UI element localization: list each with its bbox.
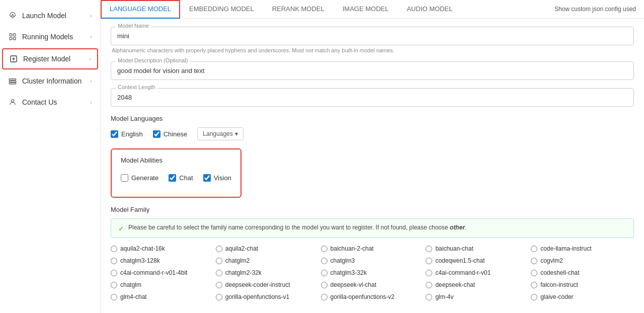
check-circle-icon: ✓ (118, 224, 124, 232)
radio-label: glm-4v (435, 293, 453, 300)
model-family-radio[interactable] (111, 282, 117, 288)
radio-item[interactable]: aquila2-chat (216, 245, 319, 252)
radio-item[interactable]: codeqwen1.5-chat (426, 257, 529, 264)
radio-item[interactable]: baichuan-chat (426, 245, 529, 252)
radio-label: codeqwen1.5-chat (435, 257, 485, 264)
model-family-radio[interactable] (216, 246, 222, 252)
model-family-radio[interactable] (531, 294, 537, 300)
english-checkbox[interactable] (111, 130, 118, 138)
model-family-radio[interactable] (531, 258, 537, 264)
languages-dropdown[interactable]: Languages ▾ (197, 127, 243, 140)
rocket-icon (8, 11, 17, 20)
radio-item[interactable]: glm-4v (426, 293, 529, 300)
model-family-radio[interactable] (426, 282, 432, 288)
radio-label: deepseek-coder-instruct (225, 281, 290, 288)
radio-item[interactable]: cogvlm2 (531, 257, 634, 264)
model-family-radio[interactable] (111, 270, 117, 276)
tab-rerank-model[interactable]: RERANK MODEL (263, 0, 334, 19)
tab-language-model[interactable]: LANGUAGE MODEL (101, 0, 180, 19)
model-family-radio[interactable] (111, 258, 117, 264)
tab-embedding-model[interactable]: EMBEDDING MODEL (180, 0, 263, 19)
radio-item[interactable]: chatglm2 (216, 257, 319, 264)
sidebar-item-cluster-information[interactable]: Cluster Information › (0, 70, 100, 92)
model-family-radio[interactable] (111, 246, 117, 252)
radio-label: chatglm3-32k (331, 269, 367, 276)
model-family-radio[interactable] (111, 294, 117, 300)
model-family-radio[interactable] (426, 294, 432, 300)
radio-item[interactable]: aquila2-chat-16k (111, 245, 214, 252)
radio-item[interactable]: gorilla-openfunctions-v2 (321, 293, 424, 300)
radio-item[interactable]: baichuan-2-chat (321, 245, 424, 252)
radio-item[interactable]: glm4-chat (111, 293, 214, 300)
model-family-radio[interactable] (426, 258, 432, 264)
info-text: Please be careful to select the family n… (128, 224, 450, 231)
radio-item[interactable]: chatglm (111, 281, 214, 288)
chat-checkbox-item[interactable]: Chat (169, 174, 193, 182)
model-family-radio[interactable] (216, 258, 222, 264)
radio-label: gorilla-openfunctions-v2 (331, 293, 394, 300)
english-label: English (121, 130, 143, 138)
svg-point-0 (12, 17, 13, 18)
radio-item[interactable]: chatglm3 (321, 257, 424, 264)
sidebar-item-running-models[interactable]: Running Models › (0, 26, 100, 47)
model-family-radio[interactable] (321, 282, 328, 288)
model-name-input[interactable] (111, 27, 634, 45)
model-family-radio[interactable] (321, 258, 328, 264)
radio-item[interactable]: chatglm3-128k (111, 257, 214, 264)
model-family-radio[interactable] (531, 282, 537, 288)
model-abilities-box: Model Abilities Generate Chat Vision (111, 148, 242, 198)
sidebar-item-register-model[interactable]: Register Model › (2, 48, 98, 69)
radio-item[interactable]: glaive-coder (531, 293, 634, 300)
model-family-radio[interactable] (531, 246, 537, 252)
sidebar-item-contact-us[interactable]: Contact Us › (0, 92, 100, 113)
radio-label: chatglm (120, 281, 141, 288)
chat-label: Chat (179, 174, 193, 182)
model-family-info: ✓ Please be careful to select the family… (111, 218, 634, 238)
model-family-radio[interactable] (216, 294, 222, 300)
radio-item[interactable]: code-llama-instruct (531, 245, 634, 252)
model-family-radio[interactable] (426, 246, 432, 252)
tab-audio-model[interactable]: AUDIO MODEL (397, 0, 461, 19)
radio-item[interactable]: c4ai-command-r-v01 (426, 269, 529, 276)
radio-label: cogvlm2 (540, 257, 563, 264)
sidebar-item-launch-model[interactable]: Launch Model › (0, 5, 100, 26)
model-description-input[interactable] (111, 61, 634, 80)
chinese-checkbox-item[interactable]: Chinese (153, 130, 188, 138)
model-name-field: Model Name Alphanumeric characters with … (111, 27, 634, 53)
show-custom-json[interactable]: Show custom json config used (554, 6, 644, 13)
model-family-radio[interactable] (321, 246, 328, 252)
radio-label: code-llama-instruct (540, 245, 591, 252)
context-length-label: Context Length (116, 84, 157, 90)
generate-checkbox-item[interactable]: Generate (121, 174, 158, 182)
main-content: LANGUAGE MODEL EMBEDDING MODEL RERANK MO… (101, 0, 644, 313)
tabs-list: LANGUAGE MODEL EMBEDDING MODEL RERANK MO… (101, 0, 461, 18)
radio-item[interactable]: deepseek-vl-chat (321, 281, 424, 288)
chat-checkbox[interactable] (169, 174, 176, 182)
radio-item[interactable]: deepseek-chat (426, 281, 529, 288)
svg-rect-8 (9, 79, 16, 80)
form-area: Model Name Alphanumeric characters with … (101, 19, 644, 308)
radio-item[interactable]: deepseek-coder-instruct (216, 281, 319, 288)
chinese-checkbox[interactable] (153, 130, 160, 138)
radio-item[interactable]: falcon-instruct (531, 281, 634, 288)
model-tabs: LANGUAGE MODEL EMBEDDING MODEL RERANK MO… (101, 0, 644, 19)
english-checkbox-item[interactable]: English (111, 130, 143, 138)
radio-item[interactable]: codeshell-chat (531, 269, 634, 276)
generate-checkbox[interactable] (121, 174, 128, 182)
model-family-radio[interactable] (216, 270, 222, 276)
context-length-input[interactable] (111, 88, 634, 107)
sidebar-label-register-model: Register Model (23, 55, 70, 63)
model-family-radio[interactable] (426, 270, 432, 276)
vision-checkbox-item[interactable]: Vision (203, 174, 231, 182)
info-bold: other (450, 224, 465, 231)
model-family-radio[interactable] (531, 270, 537, 276)
radio-item[interactable]: c4ai-command-r-v01-4bit (111, 269, 214, 276)
model-family-radio[interactable] (216, 282, 222, 288)
model-family-radio[interactable] (321, 294, 328, 300)
radio-item[interactable]: gorilla-openfunctions-v1 (216, 293, 319, 300)
tab-image-model[interactable]: IMAGE MODEL (334, 0, 398, 19)
vision-checkbox[interactable] (203, 174, 211, 182)
radio-item[interactable]: chatglm2-32k (216, 269, 319, 276)
model-family-radio[interactable] (321, 270, 328, 276)
radio-item[interactable]: chatglm3-32k (321, 269, 424, 276)
